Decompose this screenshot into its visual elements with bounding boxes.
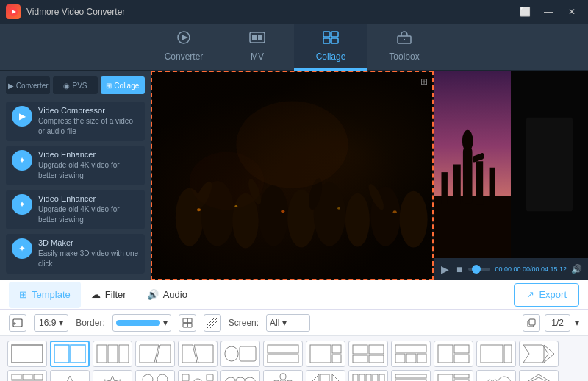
svg-rect-64 — [119, 345, 129, 363]
svg-rect-5 — [252, 35, 257, 40]
template-3col-h[interactable] — [391, 341, 431, 367]
template-pill[interactable] — [220, 341, 260, 367]
copy-icon[interactable] — [523, 314, 540, 332]
template-2x2[interactable] — [348, 341, 388, 367]
svg-point-19 — [259, 185, 289, 246]
svg-rect-81 — [395, 354, 405, 363]
maximize-button[interactable]: — — [538, 4, 559, 19]
right-video-top — [434, 71, 588, 258]
svg-point-98 — [157, 374, 168, 381]
svg-marker-68 — [194, 345, 213, 363]
svg-rect-9 — [323, 38, 330, 43]
tab-toolbox[interactable]: Toolbox — [368, 24, 441, 71]
template-bars-mix[interactable] — [434, 370, 473, 381]
svg-point-43 — [462, 130, 473, 152]
main-content: ▶ Converter ◉ PVS ⊞ Collage ▶ Video Comp… — [0, 71, 588, 381]
svg-rect-41 — [490, 168, 495, 202]
minimize-button[interactable]: ⬜ — [514, 4, 535, 19]
template-2rows[interactable] — [434, 341, 473, 367]
title-bar-left: Vidmore Video Converter — [6, 4, 125, 19]
hatch-icon[interactable] — [204, 314, 221, 332]
border-selector[interactable]: ▾ — [112, 314, 171, 332]
left-item-title-3: 3D Maker — [38, 238, 139, 247]
tab-converter[interactable]: Converter — [147, 24, 220, 71]
progress-bar[interactable] — [468, 268, 490, 271]
bottom-container: ⊞ Template ☁ Filter 🔊 Audio ↗ Export — [0, 280, 588, 381]
template-star5[interactable] — [50, 370, 90, 381]
template-arrow-split[interactable] — [306, 370, 345, 381]
aspect-ratio-icon[interactable] — [9, 314, 26, 332]
template-diamond[interactable] — [519, 370, 559, 381]
svg-rect-125 — [438, 374, 453, 381]
template-arrow[interactable] — [519, 341, 559, 367]
layout-icon[interactable] — [179, 314, 196, 332]
left-tab-pvs[interactable]: ◉ PVS — [53, 76, 97, 94]
screen-selector[interactable]: All ▾ — [266, 314, 310, 332]
left-item-title-1: Video Enhancer — [38, 150, 139, 159]
left-tab-converter[interactable]: ▶ Converter — [6, 76, 50, 94]
svg-point-33 — [281, 210, 284, 213]
svg-rect-59 — [12, 345, 43, 363]
template-star6[interactable] — [93, 370, 132, 381]
template-trapezoid-r[interactable] — [178, 341, 218, 367]
mv-icon — [248, 30, 266, 49]
template-circles3[interactable] — [220, 370, 260, 381]
svg-rect-92 — [23, 374, 32, 380]
center-video-svg — [152, 72, 432, 279]
svg-point-30 — [190, 152, 265, 210]
svg-rect-40 — [476, 161, 483, 205]
tab-collage[interactable]: Collage — [294, 24, 368, 71]
play-button[interactable]: ▶ — [440, 262, 451, 277]
app-title: Vidmore Video Converter — [26, 7, 125, 17]
nav-tabs: Converter MV Collage — [0, 24, 588, 71]
svg-point-35 — [393, 210, 397, 213]
svg-rect-102 — [207, 374, 213, 381]
converter-icon — [175, 30, 193, 49]
stop-button[interactable]: ■ — [455, 262, 464, 277]
border-dropdown-icon: ▾ — [163, 318, 168, 328]
left-tab-collage[interactable]: ⊞ Collage — [101, 76, 145, 94]
filter-button[interactable]: ☁ Filter — [81, 282, 137, 308]
template-heart-circle[interactable] — [476, 370, 516, 381]
template-split-v[interactable] — [50, 341, 90, 367]
template-trapezoid-l[interactable] — [135, 341, 175, 367]
svg-rect-88 — [504, 345, 512, 363]
svg-rect-80 — [395, 345, 426, 352]
template-lr-split[interactable] — [306, 341, 345, 367]
svg-rect-87 — [481, 345, 503, 363]
right-video-left — [434, 71, 511, 258]
audio-button[interactable]: 🔊 Audio — [137, 282, 198, 308]
svg-rect-38 — [442, 172, 448, 204]
left-tab-pvs-icon: ◉ — [63, 82, 70, 90]
close-button[interactable]: ✕ — [562, 4, 582, 19]
svg-marker-115 — [332, 374, 341, 381]
svg-rect-114 — [320, 374, 329, 381]
svg-rect-62 — [97, 345, 107, 363]
svg-marker-3 — [182, 35, 188, 40]
template-button[interactable]: ⊞ Template — [9, 282, 81, 308]
page-value: 1/2 — [551, 318, 564, 328]
export-toolbar-button[interactable]: ↗ Export — [514, 283, 579, 307]
template-sidebar-r[interactable] — [476, 341, 516, 367]
tab-mv[interactable]: MV — [220, 24, 294, 71]
template-3col[interactable] — [263, 341, 303, 367]
svg-rect-76 — [353, 345, 368, 354]
left-tab-converter-icon: ▶ — [8, 82, 14, 90]
audio-label: Audio — [163, 289, 187, 300]
template-flower[interactable] — [263, 370, 303, 381]
template-gear[interactable] — [178, 370, 218, 381]
volume-button[interactable]: 🔊 — [571, 264, 582, 274]
ratio-selector[interactable]: 16:9 ▾ — [34, 314, 68, 332]
template-single[interactable] — [7, 341, 47, 367]
center-video-panel[interactable]: ⊞ — [151, 71, 434, 280]
template-bars-v[interactable] — [348, 370, 388, 381]
time-display: 00:00:00.00/00:04:15.12 — [495, 266, 567, 273]
template-small3[interactable] — [7, 370, 47, 381]
template-3panel[interactable] — [93, 341, 132, 367]
left-panel-tabs: ▶ Converter ◉ PVS ⊞ Collage — [6, 76, 145, 94]
right-video-panel: ▶ ■ 00:00:00.00/00:04:15.12 🔊 — [434, 71, 588, 280]
template-circle4[interactable] — [135, 370, 175, 381]
template-bars-h[interactable] — [391, 370, 431, 381]
svg-marker-95 — [60, 376, 79, 381]
screen-value: All — [270, 318, 279, 328]
